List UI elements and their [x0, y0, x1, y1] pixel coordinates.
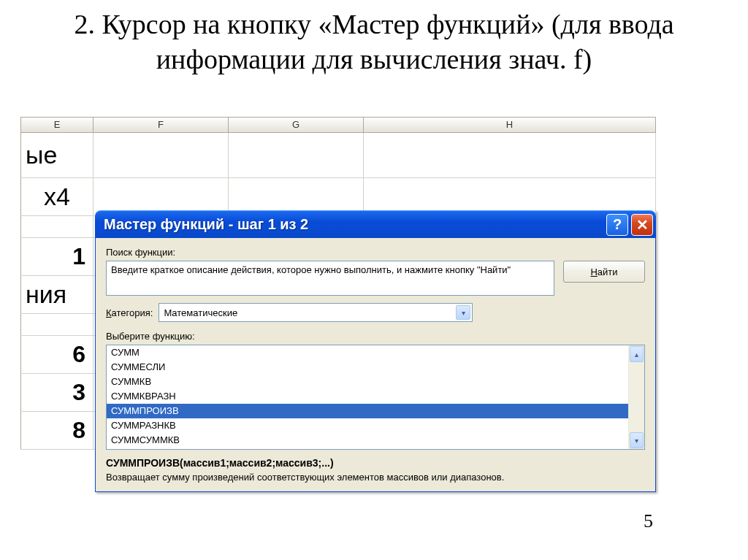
scroll-up-icon[interactable]: ▴: [630, 346, 644, 362]
column-headers: E F G H: [20, 117, 656, 133]
scrollbar[interactable]: ▴ ▾: [628, 345, 644, 449]
cell[interactable]: 1: [20, 238, 94, 275]
sheet-row: ые: [20, 133, 656, 178]
close-button[interactable]: ✕: [631, 214, 653, 236]
function-listbox[interactable]: СУММСУММЕСЛИСУММКВСУММКВРАЗНСУММПРОИЗВСУ…: [106, 345, 645, 450]
cell[interactable]: 6: [20, 336, 94, 373]
function-wizard-dialog: Мастер функций - шаг 1 из 2 ? ✕ Поиск фу…: [95, 210, 656, 492]
function-list-items: СУММСУММЕСЛИСУММКВСУММКВРАЗНСУММПРОИЗВСУ…: [107, 345, 628, 449]
col-header-e[interactable]: E: [20, 118, 94, 132]
list-item[interactable]: СУММЕСЛИ: [107, 360, 628, 375]
cell[interactable]: [229, 133, 364, 177]
col-header-g[interactable]: G: [229, 118, 364, 132]
dialog-body: Поиск функции: Введите краткое описание …: [95, 238, 656, 492]
cell[interactable]: [94, 133, 229, 177]
slide-title: 2. Курсор на кнопку «Мастер функций» (дл…: [0, 0, 748, 77]
list-item[interactable]: СУММПРОИЗВ: [107, 404, 628, 418]
list-item[interactable]: СУММСУММКВ: [107, 433, 628, 448]
cell[interactable]: 8: [20, 412, 94, 449]
help-button[interactable]: ?: [606, 214, 628, 236]
col-header-f[interactable]: F: [94, 118, 229, 132]
cell[interactable]: [20, 216, 94, 237]
list-item[interactable]: СУММ: [107, 345, 628, 360]
page-number: 5: [644, 510, 653, 532]
category-label: Категория:: [106, 307, 153, 318]
scroll-down-icon[interactable]: ▾: [630, 432, 644, 448]
dialog-titlebar[interactable]: Мастер функций - шаг 1 из 2 ? ✕: [95, 210, 656, 238]
question-icon: ?: [613, 216, 622, 233]
select-function-label: Выберите функцию:: [106, 331, 645, 342]
search-label: Поиск функции:: [106, 247, 645, 258]
cell[interactable]: ые: [20, 133, 94, 177]
list-item[interactable]: СУММРАЗНКВ: [107, 418, 628, 433]
find-accel: Н: [590, 266, 597, 277]
search-input[interactable]: Введите краткое описание действия, котор…: [106, 261, 554, 296]
category-select[interactable]: Математические ▾: [159, 303, 473, 322]
find-label: айти: [598, 266, 618, 277]
scroll-track[interactable]: [629, 363, 644, 431]
dialog-title: Мастер функций - шаг 1 из 2: [104, 216, 603, 233]
function-syntax: СУММПРОИЗВ(массив1;массив2;массив3;...): [106, 457, 645, 469]
cell[interactable]: [20, 314, 94, 335]
list-item[interactable]: СУММКВРАЗН: [107, 389, 628, 404]
cell[interactable]: [364, 133, 656, 177]
cell[interactable]: 3: [20, 374, 94, 411]
chevron-down-icon[interactable]: ▾: [456, 305, 470, 320]
find-button[interactable]: Найти: [563, 261, 645, 283]
cell[interactable]: ния: [20, 276, 94, 313]
category-value: Математические: [164, 307, 237, 318]
cell[interactable]: x4: [20, 178, 94, 215]
col-header-h[interactable]: H: [364, 118, 656, 132]
function-description: Возвращает сумму произведений соответств…: [106, 472, 645, 484]
close-icon: ✕: [636, 216, 649, 234]
list-item[interactable]: СУММКВ: [107, 375, 628, 389]
